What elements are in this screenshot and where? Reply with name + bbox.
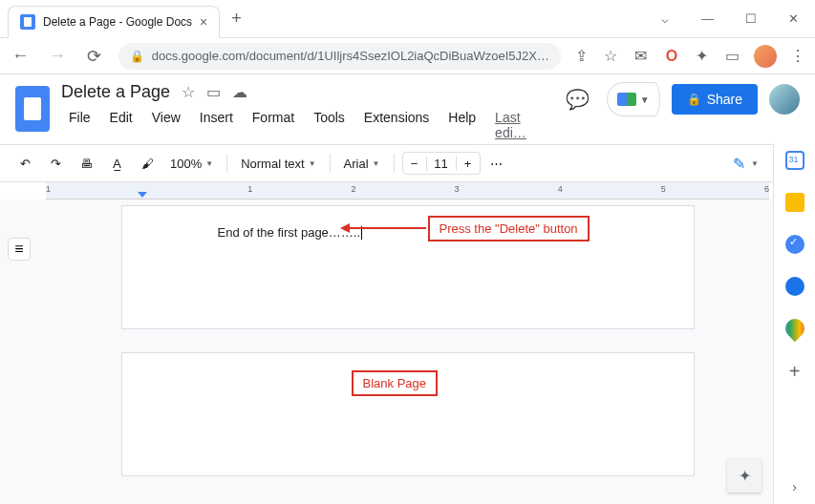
menu-view[interactable]: View [144,106,188,144]
comment-history-icon[interactable]: 💬 [561,82,595,116]
redo-button[interactable]: ↷ [42,150,69,177]
star-bookmark-icon[interactable]: ☆ [602,47,620,66]
arrow-head-icon [340,223,350,233]
page-1[interactable]: End of the first page…….. Press the "Del… [121,205,695,329]
font-dropdown[interactable]: Arial ▼ [338,150,386,177]
document-canvas[interactable]: ≡ End of the first page…….. Press the "D… [0,200,815,504]
print-button[interactable]: 🖶 [73,150,99,177]
outline-toggle-button[interactable]: ≡ [8,238,31,261]
share-lock-icon: 🔒 [687,93,701,106]
reload-button[interactable]: ⟳ [81,43,107,70]
maximize-button[interactable]: ☐ [729,0,772,38]
addons-plus-icon[interactable]: + [789,361,801,383]
reading-list-icon[interactable]: ▭ [723,47,742,66]
explore-button[interactable]: ✦ [727,458,761,493]
extensions: ✉ O ✦ ▭ ⋮ [632,45,807,68]
docs-menu-bar: File Edit View Insert Format Tools Exten… [61,106,549,144]
decrease-fontsize-button[interactable]: − [403,157,426,171]
document-title[interactable]: Delete a Page [61,82,170,102]
menu-edit[interactable]: Edit [102,106,140,144]
caret-icon: ▼ [205,159,213,168]
meet-icon [617,93,636,106]
meet-caret-icon: ▼ [640,94,650,105]
page-2[interactable]: Blank Page [121,352,695,476]
forward-button[interactable]: → [45,43,71,70]
contacts-app-icon[interactable] [785,277,804,296]
meet-button[interactable]: ▼ [607,82,660,116]
annotation-blank-page: Blank Page [352,370,439,396]
lock-icon: 🔒 [130,50,144,63]
minimize-button[interactable]: — [686,0,729,38]
hide-sidepanel-icon[interactable]: › [792,479,797,494]
star-document-icon[interactable]: ☆ [182,83,195,101]
browser-menu-icon[interactable]: ⋮ [788,47,807,66]
address-bar[interactable]: 🔒 docs.google.com/document/d/1UIljrs4Sse… [118,43,561,70]
window-controls: ⌵ — ☐ ✕ [643,0,815,38]
docs-favicon-icon [20,14,35,30]
account-avatar[interactable] [769,84,800,115]
font-size-input[interactable]: 11 [426,157,457,171]
browser-nav-bar: ← → ⟳ 🔒 docs.google.com/document/d/1UIlj… [0,38,815,74]
more-toolbar-icon[interactable]: ⋯ [484,150,511,177]
annotation-arrow [350,227,426,229]
move-document-icon[interactable]: ▭ [206,83,221,101]
menu-insert[interactable]: Insert [192,106,241,144]
caret-icon: ▼ [373,159,380,168]
spellcheck-button[interactable]: A̲ [103,150,130,177]
docs-toolbar: ↶ ↷ 🖶 A̲ 🖌 100% ▼ Normal text ▼ Arial ▼ … [0,144,815,182]
last-edit-link[interactable]: Last edi… [487,106,549,144]
menu-extensions[interactable]: Extensions [356,106,437,144]
mail-ext-icon[interactable]: ✉ [632,47,651,66]
docs-header: Delete a Page ☆ ▭ ☁ File Edit View Inser… [0,74,815,144]
caret-icon: ▼ [751,159,759,168]
extensions-puzzle-icon[interactable]: ✦ [693,47,712,66]
browser-tab-strip: Delete a Page - Google Docs × + ⌵ — ☐ ✕ [0,0,815,38]
share-page-icon[interactable]: ⇪ [572,47,590,66]
share-label: Share [707,92,742,107]
editing-mode-button[interactable]: ✎ ▼ [725,151,766,177]
close-window-button[interactable]: ✕ [772,0,815,38]
increase-fontsize-button[interactable]: + [457,157,480,171]
horizontal-ruler[interactable]: 1 1 2 3 4 5 6 [46,182,769,200]
tab-close-icon[interactable]: × [200,14,207,30]
zoom-dropdown[interactable]: 100% ▼ [164,150,219,177]
tab-title: Delete a Page - Google Docs [43,15,192,29]
new-tab-button[interactable]: + [231,9,242,29]
cloud-status-icon[interactable]: ☁ [232,83,247,101]
undo-button[interactable]: ↶ [11,150,38,177]
side-panel: + › [773,143,815,504]
font-size-control: − 11 + [402,152,481,175]
menu-file[interactable]: File [61,106,98,144]
back-button[interactable]: ← [8,43,33,70]
browser-profile-avatar[interactable] [754,45,777,68]
menu-help[interactable]: Help [440,106,483,144]
keep-app-icon[interactable] [785,193,804,212]
tasks-app-icon[interactable] [785,235,804,254]
annotation-delete-hint: Press the "Delete" button [428,216,590,242]
maps-app-icon[interactable] [781,315,807,342]
calendar-app-icon[interactable] [785,151,804,170]
url-text: docs.google.com/document/d/1UIljrs4SsezI… [152,49,549,63]
caret-icon: ▼ [309,159,316,168]
window-caret-icon[interactable]: ⌵ [643,0,686,38]
menu-format[interactable]: Format [245,106,302,144]
pencil-icon: ✎ [733,155,745,173]
browser-tab[interactable]: Delete a Page - Google Docs × [8,6,220,38]
style-dropdown[interactable]: Normal text ▼ [235,150,321,177]
paint-format-button[interactable]: 🖌 [134,150,161,177]
share-button[interactable]: 🔒 Share [672,84,758,115]
docs-logo-icon[interactable] [15,86,50,132]
menu-tools[interactable]: Tools [306,106,353,144]
indent-marker-icon[interactable] [138,192,147,198]
opera-ext-icon[interactable]: O [662,47,681,66]
